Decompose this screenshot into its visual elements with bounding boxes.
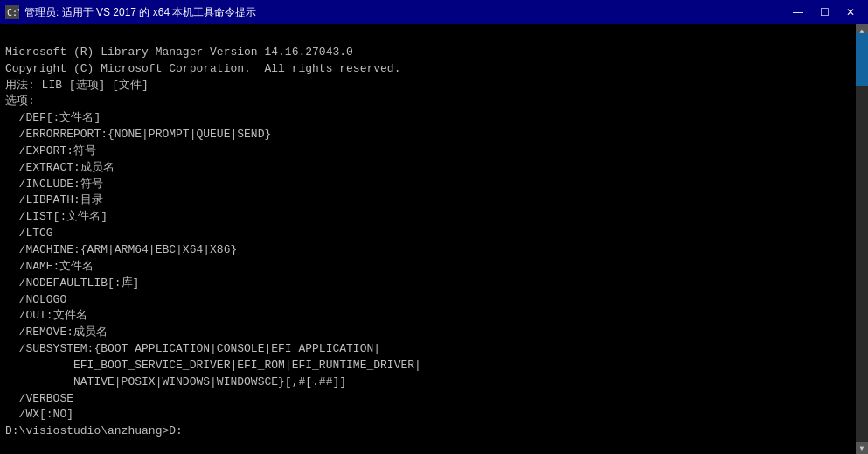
terminal-icon: C:\ <box>5 5 19 19</box>
terminal-line: NATIVE|POSIX|WINDOWS|WINDOWSCE}[,#[.##]] <box>5 374 863 391</box>
terminal-line: /NODEFAULTLIB[:库] <box>5 276 863 292</box>
close-button[interactable]: ✕ <box>838 3 863 21</box>
terminal-line: /LTCG <box>5 226 863 242</box>
terminal-line: /DEF[:文件名] <box>5 110 863 127</box>
terminal-line: D:\visiostudio\anzhuang>D: <box>5 423 863 440</box>
terminal-line: /INCLUDE:符号 <box>5 177 863 193</box>
right-scrollbar[interactable]: ▲ ▼ <box>856 24 868 454</box>
terminal-line: Copyright (C) Microsoft Corporation. All… <box>5 61 863 78</box>
terminal-line: /EXTRACT:成员名 <box>5 160 863 177</box>
scrollbar-down-button[interactable]: ▼ <box>856 442 868 454</box>
terminal-line: /ERRORREPORT:{NONE|PROMPT|QUEUE|SEND} <box>5 127 863 143</box>
scrollbar-thumb[interactable] <box>856 33 868 86</box>
terminal-line: 选项: <box>5 94 863 110</box>
maximize-button[interactable]: ☐ <box>812 3 837 21</box>
terminal-line: /SUBSYSTEM:{BOOT_APPLICATION|CONSOLE|EFI… <box>5 341 863 358</box>
terminal-line: /EXPORT:符号 <box>5 143 863 160</box>
terminal-line: /MACHINE:{ARM|ARM64|EBC|X64|X86} <box>5 242 863 259</box>
title-bar-left: C:\ 管理员: 适用于 VS 2017 的 x64 本机工具命令提示 <box>5 5 256 20</box>
terminal-line: /NOLOGO <box>5 292 863 309</box>
terminal-line: /LIST[:文件名] <box>5 209 863 226</box>
terminal-line: /WX[:NO] <box>5 407 863 423</box>
title-bar-buttons: — ☐ ✕ <box>786 3 863 21</box>
svg-text:C:\: C:\ <box>7 8 19 17</box>
minimize-button[interactable]: — <box>786 3 810 21</box>
terminal-line: EFI_BOOT_SERVICE_DRIVER|EFI_ROM|EFI_RUNT… <box>5 358 863 374</box>
title-bar: C:\ 管理员: 适用于 VS 2017 的 x64 本机工具命令提示 — ☐ … <box>0 0 868 24</box>
terminal-line: /NAME:文件名 <box>5 259 863 276</box>
terminal-line: /LIBPATH:目录 <box>5 192 863 209</box>
terminal-window: Microsoft (R) Library Manager Version 14… <box>0 24 868 454</box>
terminal-line: /OUT:文件名 <box>5 308 863 325</box>
terminal-line: 用法: LIB [选项] [文件] <box>5 78 863 94</box>
terminal-line: /VERBOSE <box>5 391 863 408</box>
title-bar-text: 管理员: 适用于 VS 2017 的 x64 本机工具命令提示 <box>24 5 256 20</box>
terminal-line: Microsoft (R) Library Manager Version 14… <box>5 45 863 61</box>
terminal-line: /REMOVE:成员名 <box>5 325 863 341</box>
